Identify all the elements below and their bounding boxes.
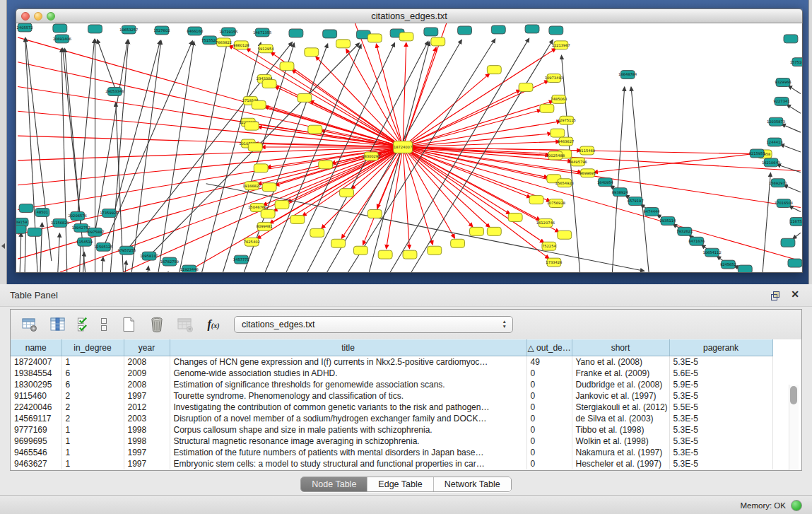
graph-node[interactable] xyxy=(549,26,563,35)
graph-node[interactable] xyxy=(508,213,522,221)
graph-node[interactable] xyxy=(28,228,42,236)
red-edge[interactable] xyxy=(403,147,558,182)
graph-node[interactable] xyxy=(305,48,319,57)
graph-node[interactable] xyxy=(336,40,351,48)
table-row[interactable]: 1872400712008Changes of HCN gene express… xyxy=(11,356,801,368)
float-panel-icon[interactable] xyxy=(770,290,781,301)
graph-node[interactable] xyxy=(262,183,276,192)
red-edge[interactable] xyxy=(403,147,549,259)
function-builder-icon[interactable]: f(x) xyxy=(204,315,223,334)
table-row[interactable]: 946362711997Embryonic stem cells: a mode… xyxy=(11,458,801,469)
graph-node[interactable] xyxy=(451,239,465,247)
column-header-short[interactable]: short xyxy=(572,340,669,356)
black-edge[interactable] xyxy=(20,233,21,272)
graph-node[interactable] xyxy=(275,201,289,209)
red-edge[interactable] xyxy=(403,141,560,147)
table-row[interactable]: 1938455462009Genome-wide association stu… xyxy=(11,368,801,379)
black-edge[interactable] xyxy=(103,41,192,247)
graph-node[interactable] xyxy=(424,28,438,36)
red-edge[interactable] xyxy=(594,153,757,173)
red-edge[interactable] xyxy=(403,90,520,147)
red-edge[interactable] xyxy=(18,147,403,160)
graph-node[interactable] xyxy=(470,227,484,235)
black-edge[interactable] xyxy=(793,233,801,238)
black-edge[interactable] xyxy=(411,40,553,272)
delete-rows-icon[interactable] xyxy=(148,315,166,334)
graph-node[interactable] xyxy=(16,225,26,233)
graph-node[interactable] xyxy=(428,246,442,255)
red-edge[interactable] xyxy=(403,49,555,147)
graph-node[interactable] xyxy=(248,143,262,151)
graph-node[interactable] xyxy=(323,30,337,38)
graph-node[interactable] xyxy=(551,129,565,137)
memory-status-indicator[interactable] xyxy=(791,500,802,511)
graph-node[interactable] xyxy=(487,66,501,74)
left-splitter-strip[interactable] xyxy=(0,0,7,284)
column-header-title[interactable]: title xyxy=(170,340,526,356)
graph-node[interactable] xyxy=(525,25,539,33)
graph-node[interactable] xyxy=(788,259,802,267)
tab-network-table[interactable]: Network Table xyxy=(433,477,511,491)
delete-table-icon[interactable] xyxy=(176,315,194,334)
network-window-titlebar[interactable]: citations_edges.txt xyxy=(16,8,803,23)
graph-node[interactable] xyxy=(19,204,33,213)
table-settings-icon[interactable] xyxy=(20,315,39,334)
graph-node[interactable] xyxy=(331,239,346,247)
graph-node[interactable] xyxy=(367,210,382,218)
graph-node[interactable] xyxy=(519,83,533,92)
graph-node[interactable] xyxy=(252,100,266,109)
black-edge[interactable] xyxy=(83,252,85,272)
graph-node[interactable] xyxy=(378,250,392,259)
graph-node[interactable] xyxy=(491,25,505,34)
vertical-scrollbar-thumb[interactable] xyxy=(790,386,797,404)
red-edge[interactable] xyxy=(403,147,801,208)
black-edge[interactable] xyxy=(780,144,800,152)
graph-node[interactable] xyxy=(353,246,367,255)
graph-node[interactable] xyxy=(781,238,795,247)
graph-node[interactable] xyxy=(529,196,543,204)
row-height-icon[interactable] xyxy=(98,315,110,334)
graph-node[interactable] xyxy=(308,125,322,134)
tab-edge-table[interactable]: Edge Table xyxy=(367,477,433,491)
column-header-out_degree[interactable]: △ out_de… xyxy=(526,340,572,356)
black-edge[interactable] xyxy=(148,267,148,272)
tab-node-table[interactable]: Node Table xyxy=(301,477,367,491)
black-edge[interactable] xyxy=(787,105,801,113)
collapse-left-icon[interactable] xyxy=(1,243,5,249)
red-edge[interactable] xyxy=(403,147,409,248)
graph-node[interactable] xyxy=(558,230,572,239)
black-edge[interactable] xyxy=(58,233,60,272)
table-row[interactable]: 1456911722003Disruption of a novel membe… xyxy=(11,413,801,424)
black-edge[interactable] xyxy=(95,40,128,233)
black-edge[interactable] xyxy=(777,165,801,173)
column-header-name[interactable]: name xyxy=(11,340,61,356)
graph-node[interactable] xyxy=(403,250,417,259)
graph-node[interactable] xyxy=(399,33,413,41)
black-edge[interactable] xyxy=(789,86,801,93)
graph-node[interactable] xyxy=(261,210,275,218)
graph-node[interactable] xyxy=(310,228,324,237)
black-edge[interactable] xyxy=(631,87,649,272)
column-header-pagerank[interactable]: pagerank xyxy=(669,340,772,356)
table-selector-dropdown[interactable]: citations_edges.txt ▲▼ xyxy=(234,316,513,333)
network-view[interactable]: 2405572106532571527602646616010719155146… xyxy=(16,23,803,273)
graph-node[interactable] xyxy=(290,215,305,223)
network-svg[interactable]: 2405572106532571527602646616010719155146… xyxy=(16,23,802,272)
graph-node[interactable] xyxy=(340,189,354,197)
table-row[interactable]: 2242004622012Investigating the contribut… xyxy=(11,402,801,413)
graph-node[interactable] xyxy=(319,160,333,169)
graph-node[interactable] xyxy=(88,25,102,33)
vertical-scrollbar[interactable] xyxy=(789,385,799,470)
graph-node[interactable] xyxy=(289,29,303,37)
graph-node[interactable] xyxy=(431,37,445,46)
table-row[interactable]: 969969511998Structural magnetic resonanc… xyxy=(11,436,801,447)
graph-node[interactable] xyxy=(458,26,472,35)
table-row[interactable]: 946554611997Estimation of the future num… xyxy=(11,447,801,458)
column-visibility-icon[interactable] xyxy=(49,315,67,334)
new-table-icon[interactable] xyxy=(119,315,138,334)
graph-node[interactable] xyxy=(298,93,312,102)
graph-node[interactable] xyxy=(738,265,752,272)
graph-node[interactable] xyxy=(280,62,294,71)
red-edge[interactable] xyxy=(403,122,560,147)
red-edge[interactable] xyxy=(18,62,403,147)
